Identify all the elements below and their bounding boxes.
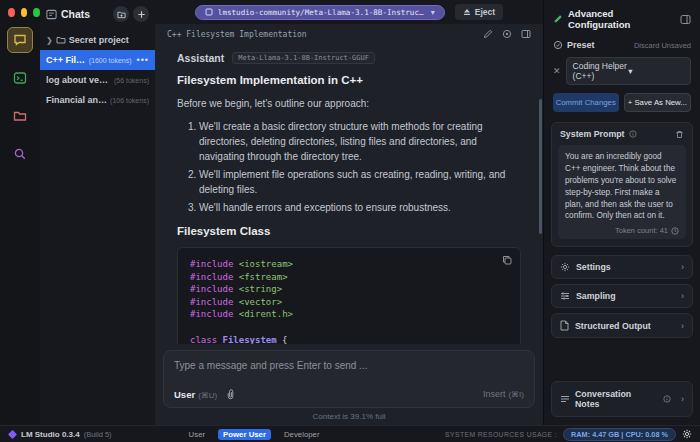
plus-icon [137,10,146,19]
chevron-right-icon: › [681,321,684,331]
chat-list-item[interactable]: Financial analysis(106 tokens) [40,90,155,110]
chats-header: Chats [40,4,155,30]
screenshot-icon[interactable] [502,29,512,39]
message-area[interactable]: Assistant Meta-Llama-3.1-8B-Instruct-GGU… [155,44,543,344]
clear-preset-icon[interactable]: ✕ [553,66,561,76]
section-sampling[interactable]: Sampling› [551,284,693,308]
attach-file-button[interactable] [225,388,236,400]
minimize-window-button[interactable] [21,8,28,17]
preset-select[interactable]: Coding Helper (C++) ▾ [566,57,691,85]
save-as-new-button[interactable]: + Save As New... [624,93,692,112]
preset-row: Preset Discard Unsaved [544,37,700,53]
sliders-icon [560,291,570,301]
nav-chats-button[interactable] [7,27,33,53]
chevron-right-icon: › [681,394,684,404]
sidebar-folder-secret-project[interactable]: ❯ Secret project [40,30,155,50]
panel-header: Advanced Configuration [544,0,700,37]
section-label: Sampling [576,291,675,301]
chat-item-token-count: (56 tokens) [114,77,149,84]
mode-power-user[interactable]: Power User [218,429,271,440]
nav-my-models-button[interactable] [7,103,33,129]
user-shortcut: (⌘U) [198,391,217,400]
app-build: (Build 5) [84,430,112,439]
insert-shortcut: (⌘I) [508,390,524,399]
context-usage-status: Context is 39.1% full [155,408,543,425]
chat-item-label: C++ Filesyste... [46,55,86,65]
settings-gear-icon[interactable] [682,429,692,439]
notes-icon [560,395,570,404]
more-options-icon[interactable]: ••• [137,55,149,65]
toggle-panel-icon[interactable] [521,29,531,39]
code-block-lines: #include <iostream>#include <fstream>#in… [190,258,508,344]
assistant-message-header: Assistant Meta-Llama-3.1-8B-Instruct-GGU… [177,52,521,64]
chat-bubble-icon [13,33,27,47]
chats-panel-icon [46,9,57,20]
new-chat-button[interactable] [133,6,149,22]
edit-title-icon[interactable] [483,29,493,39]
user-role-label: User [174,389,195,400]
conversation-notes-button[interactable]: Conversation Notes › [551,381,693,417]
section-structured-output[interactable]: Structured Output› [551,313,693,338]
chevron-right-icon: › [681,262,684,272]
chevron-down-icon: ▾ [628,66,684,76]
mode-developer[interactable]: Developer [279,429,325,440]
lm-studio-window: Chats ❯ Secret project [0,0,700,442]
chat-item-token-count: (1600 tokens) [89,57,132,64]
system-prompt-input[interactable]: You are an incredibly good C++ engineer.… [558,145,686,239]
chats-sidebar: Chats ❯ Secret project [40,0,155,425]
eject-model-button[interactable]: Eject [455,4,503,20]
preset-select-row: ✕ Coding Helper (C++) ▾ [544,53,700,89]
app-name: LM Studio 0.3.4 [21,430,80,439]
code-line: #include <vector> [190,296,508,309]
main-area: Chats ❯ Secret project [0,0,700,425]
new-folder-button[interactable] [113,6,129,22]
nav-developer-button[interactable] [7,65,33,91]
model-badge: Meta-Llama-3.1-8B-Instruct-GGUF [232,52,375,64]
discard-unsaved-button[interactable]: Discard Unsaved [634,41,691,50]
eject-label: Eject [475,7,495,17]
section-settings[interactable]: Settings› [551,255,693,279]
preset-label: Preset [567,40,630,50]
approach-list-item: We'll implement file operations such as … [199,167,521,197]
info-icon [663,395,671,403]
preset-value: Coding Helper (C++) [573,61,629,81]
chat-item-label: log about version of ... [46,75,111,85]
model-selector[interactable]: lmstudio-community/Meta-Llama-3.1-8B-Ins… [195,5,445,20]
copy-code-icon[interactable] [502,255,512,265]
window-controls [0,0,40,27]
code-line: #include <string> [190,283,508,296]
lm-studio-logo-icon [8,430,17,439]
chevron-right-icon: ❯ [46,36,53,45]
collapse-panel-icon[interactable] [680,14,691,25]
conversation-notes-label: Conversation Notes [575,389,658,409]
chat-column: lmstudio-community/Meta-Llama-3.1-8B-Ins… [155,0,543,425]
system-prompt-card: System Prompt You are an incredibly good… [551,122,693,247]
terminal-icon [13,71,27,85]
nav-discover-button[interactable] [7,141,33,167]
preset-icon [553,40,563,50]
system-prompt-label: System Prompt [560,129,625,139]
search-icon [13,147,27,161]
user-mode-toggle: UserPower UserDeveloper [184,429,325,440]
role-user-button[interactable]: User (⌘U) [174,389,217,400]
commit-changes-button[interactable]: Commit Changes [553,93,619,112]
chat-list: C++ Filesyste...(1600 tokens)•••log abou… [40,50,155,110]
code-line: #include <dirent.h> [190,308,508,321]
close-window-button[interactable] [8,8,15,17]
approach-list-item: We'll create a basic directory structure… [199,119,521,164]
input-wrap: User (⌘U) Insert (⌘I) [155,344,543,408]
approach-list-item: We'll handle errors and exceptions to en… [199,200,521,215]
chat-scrollbar[interactable] [539,99,542,234]
chat-list-item[interactable]: C++ Filesyste...(1600 tokens)••• [40,50,155,70]
insert-button[interactable]: Insert (⌘I) [483,389,524,399]
message-input[interactable] [174,360,524,388]
mode-user[interactable]: User [184,429,210,440]
maximize-window-button[interactable] [33,8,40,17]
model-cube-icon [205,8,213,16]
clock-icon [671,227,679,235]
assistant-role-label: Assistant [177,52,224,64]
approach-list: We'll create a basic directory structure… [177,119,521,215]
delete-system-prompt-icon[interactable] [675,130,684,139]
chat-list-item[interactable]: log about version of ...(56 tokens) [40,70,155,90]
folder-plus-icon [117,10,126,19]
